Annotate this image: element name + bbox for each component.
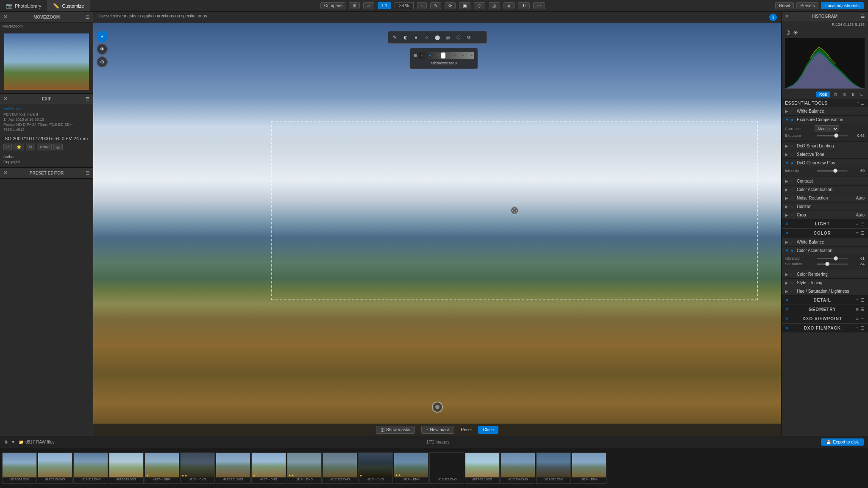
film-thumb-13[interactable]: d817-329.DNG (429, 452, 464, 484)
ft-tool8[interactable]: ⟳ (465, 33, 474, 42)
noise-header[interactable]: ▶ ○ Noise Reduction Auto (782, 194, 868, 202)
show-masks-button[interactable]: ◫ Show masks (376, 426, 415, 434)
film-thumb-8[interactable]: ★ d817---.DNG (251, 452, 286, 484)
new-mask-button[interactable]: + New mask (421, 426, 455, 434)
film-thumb-15[interactable]: d817-334.DNG (501, 452, 535, 484)
color-expand-btn[interactable]: ≡ (856, 230, 859, 236)
ft-tool7[interactable]: ⬡ (454, 33, 463, 42)
presets-button[interactable]: Presets (796, 2, 818, 9)
view-mode-button[interactable]: ⊞ (349, 2, 360, 9)
format-button[interactable]: RAW (37, 144, 52, 150)
exposure-slider[interactable] (817, 135, 848, 136)
gps-button[interactable]: ◎ (53, 144, 63, 150)
histogram-menu[interactable]: ☰ (861, 14, 865, 19)
close-x-viewpoint[interactable]: ✕ (785, 316, 789, 322)
light-section[interactable]: ✕ LIGHT ≡ ☰ (782, 219, 868, 229)
color-rendering-header[interactable]: ▶ ○ Color Rendering (782, 270, 868, 278)
film-thumb-17[interactable]: d817---.DNG (572, 452, 606, 484)
film-thumb-7[interactable]: d817-321.DNG (216, 452, 250, 484)
film-thumb-16[interactable]: d817-335.DNG (536, 452, 571, 484)
film-thumb-2[interactable]: d817-315.DNG (38, 452, 72, 484)
zoom-fit-button[interactable]: ⤢ (363, 2, 374, 9)
close-x-preset[interactable]: ✕ (3, 170, 8, 176)
tool7[interactable]: ◈ (504, 2, 515, 9)
sun-icon[interactable]: ☀ (793, 29, 798, 36)
filmpack-expand-btn[interactable]: ≡ (856, 325, 859, 331)
tool-white-balance-header[interactable]: ▶ ○ White Balance (782, 107, 868, 115)
tool9[interactable]: ⋯ (533, 2, 545, 9)
sort-button[interactable]: ⇅ (4, 440, 8, 444)
filmpack-section[interactable]: ✕ DXO FILMPACK ≡ ☰ (782, 324, 868, 333)
intensity-slider[interactable] (817, 170, 848, 172)
tool3[interactable]: ⟳ (445, 2, 456, 9)
color-wb-header[interactable]: ▶ ○ White Balance (782, 238, 868, 246)
film-thumb-5[interactable]: ★ d817---.DNG (145, 452, 179, 484)
ft-tool2[interactable]: ◐ (401, 33, 410, 42)
film-thumb-3[interactable]: d817-317.DNG (73, 452, 108, 484)
tool6[interactable]: ◎ (489, 2, 500, 9)
smart-lighting-header[interactable]: ▶ ○ DxO Smart Lighting (782, 142, 868, 150)
film-thumb-6[interactable]: ★★ d817---.DNG (180, 452, 215, 484)
close-x-histogram[interactable]: ✕ (785, 14, 788, 19)
tool2[interactable]: ✎ (430, 2, 441, 9)
geometry-menu-btn[interactable]: ☰ (860, 307, 865, 312)
mask-eye-button[interactable]: 👁 (97, 44, 108, 55)
mask-add-button[interactable]: + (97, 31, 108, 42)
horizon-header[interactable]: ▶ ○ Horizon (782, 202, 868, 211)
center-handle[interactable] (432, 402, 443, 413)
adjust-button[interactable]: ⚙ (26, 144, 35, 150)
mask-settings-button[interactable]: ⚙ (97, 56, 108, 67)
vibrancy-slider[interactable] (817, 258, 848, 259)
crop-header[interactable]: ▶ ○ Crop Auto (782, 211, 868, 219)
ft-tool3[interactable]: ● (412, 33, 421, 42)
style-toning-header[interactable]: ▶ ○ Style - Toning (782, 279, 868, 287)
ft-tool1[interactable]: ✎ (390, 33, 400, 42)
contrast-header[interactable]: ▶ ○ Contrast (782, 177, 868, 185)
viewpoint-section[interactable]: ✕ DXO VIEWPOINT ≡ ☰ (782, 314, 868, 324)
reset-mask-button[interactable]: Reset (461, 427, 472, 432)
tab-customize[interactable]: ✏️ Customize (47, 0, 90, 11)
detail-section[interactable]: ✕ DETAIL ≡ ☰ (782, 296, 868, 305)
section-expand-btn[interactable]: ≡ (857, 101, 859, 105)
viewpoint-menu-btn[interactable]: ☰ (860, 316, 865, 322)
tool8[interactable]: 👁 (518, 2, 530, 9)
image-viewport[interactable]: ✎ ◐ ● ○ ⬤ ◎ ⬡ ⟳ ⋯ + 👁 ⚙ (93, 23, 781, 436)
rgb-channel-btn[interactable]: RGB (816, 92, 831, 97)
color-menu-btn[interactable]: ☰ (860, 230, 865, 236)
hsl-header[interactable]: ▶ ○ Hue / Saturation / Lightness (782, 287, 868, 295)
move-zoom-menu[interactable]: ☰ (86, 15, 89, 19)
film-thumb-9[interactable]: ★★ d817---.DNG (287, 452, 322, 484)
close-x-filmpack[interactable]: ✕ (785, 325, 789, 331)
ft-tool5[interactable]: ⬤ (433, 33, 442, 42)
detail-menu-btn[interactable]: ☰ (860, 297, 865, 303)
exif-editor-link[interactable]: Exif Editor (3, 107, 89, 111)
close-x-color[interactable]: ✕ (785, 230, 789, 236)
film-thumb-12[interactable]: ★★ d817---.DNG (394, 452, 428, 484)
section-menu-btn[interactable]: ☰ (861, 101, 865, 105)
close-x-move[interactable]: ✕ (3, 14, 8, 20)
tool4[interactable]: ▣ (459, 2, 470, 9)
light-menu-btn[interactable]: ☰ (860, 221, 865, 227)
filmpack-menu-btn[interactable]: ☰ (860, 325, 865, 331)
b-channel[interactable]: B (850, 92, 857, 97)
clearview-header[interactable]: ▼ ● DxO ClearView Plus (782, 159, 868, 167)
l-channel[interactable]: L (858, 92, 865, 97)
close-x-geometry[interactable]: ✕ (785, 307, 789, 312)
export-button[interactable]: 💾 Export to disk (821, 438, 864, 446)
close-x-exif[interactable]: ✕ (3, 96, 8, 102)
selection-center[interactable] (510, 206, 519, 215)
light-expand-btn[interactable]: ≡ (856, 221, 859, 227)
local-adjustments-button[interactable]: Local adjustments (821, 2, 864, 9)
compare-button[interactable]: Compare (320, 2, 345, 9)
exif-menu[interactable]: ☰ (86, 97, 89, 101)
viewpoint-expand-btn[interactable]: ≡ (856, 316, 859, 322)
ft-tool9[interactable]: ⋯ (475, 33, 484, 42)
tab-photolibrary[interactable]: 📷 PhotoLibrary (0, 0, 47, 11)
geometry-expand-btn[interactable]: ≡ (856, 307, 859, 312)
close-x-light[interactable]: ✕ (785, 221, 789, 227)
moon-icon[interactable]: ☽ (785, 29, 790, 36)
preset-menu[interactable]: ☰ (86, 171, 89, 175)
color-accent-header[interactable]: ▶ ○ Color Accentuation (782, 186, 868, 194)
ft-tool6[interactable]: ◎ (443, 33, 453, 42)
tool-exposure-header[interactable]: ▼ ● Exposure Compensation (782, 116, 868, 124)
